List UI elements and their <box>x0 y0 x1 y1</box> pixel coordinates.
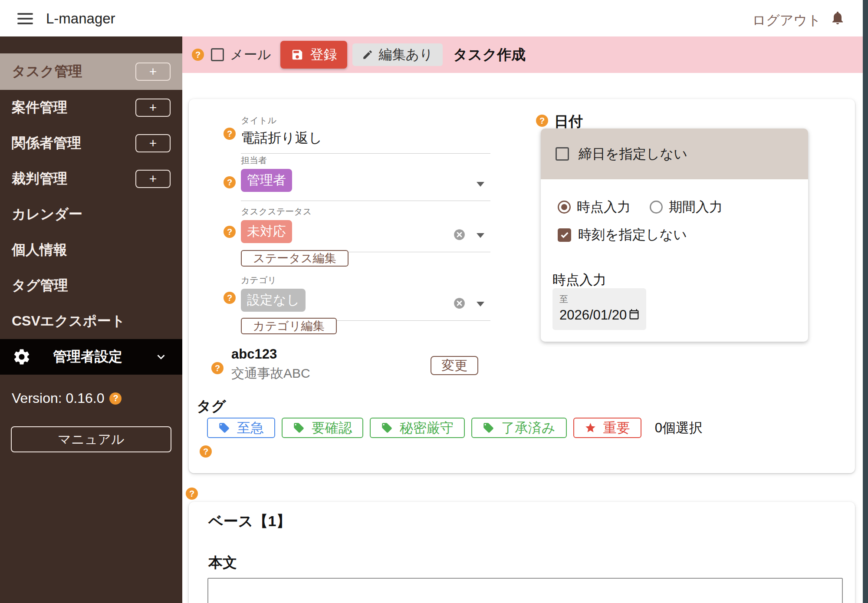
date-mode-radio-group: 時点入力 期間入力 <box>558 198 742 216</box>
tag-button-urgent[interactable]: 至急 <box>207 418 275 438</box>
category-label: カテゴリ <box>241 274 490 286</box>
tag-label: 要確認 <box>312 419 352 437</box>
base-section-card: ベース【1】 本文 <box>189 502 855 603</box>
dropdown-caret-icon[interactable] <box>477 233 484 238</box>
case-change-button[interactable]: 変更 <box>431 356 478 375</box>
chevron-down-icon <box>155 350 168 363</box>
sidebar-item-tag-management[interactable]: タグ管理 <box>0 268 182 303</box>
edited-badge-button[interactable]: 編集あり <box>352 43 442 66</box>
no-time-row: 時刻を指定しない <box>558 226 687 244</box>
point-input-subheading: 時点入力 <box>552 271 606 289</box>
sidebar-item-task-management[interactable]: タスク管理 + <box>0 53 182 90</box>
sidebar-item-party-management[interactable]: 関係者管理 + <box>0 125 182 161</box>
sidebar-item-label: 関係者管理 <box>12 134 81 153</box>
tags-heading: タグ <box>197 397 226 416</box>
help-icon[interactable]: ? <box>224 176 236 188</box>
sidebar-item-label: 個人情報 <box>12 241 67 260</box>
period-input-radio[interactable] <box>650 201 663 214</box>
no-due-date-label: 締日を指定しない <box>579 145 687 163</box>
save-button-label: 登録 <box>310 46 337 64</box>
tag-button-confidential[interactable]: 秘密厳守 <box>370 418 465 438</box>
tag-icon <box>293 422 305 434</box>
help-icon[interactable]: ? <box>109 392 122 405</box>
clear-icon[interactable] <box>454 297 465 309</box>
tag-selected-count: 0個選択 <box>655 419 703 437</box>
save-icon <box>291 48 304 61</box>
period-input-radio-label: 期間入力 <box>669 198 723 216</box>
star-icon <box>585 422 596 434</box>
sidebar-item-admin-settings[interactable]: 管理者設定 <box>0 339 182 375</box>
base-section-heading: ベース【1】 <box>208 511 291 531</box>
sidebar-item-label: カレンダー <box>12 205 82 224</box>
admin-settings-label: 管理者設定 <box>53 347 122 366</box>
date-panel: 締日を指定しない 時点入力 期間入力 時刻を指定しない 時点入力 至 2026/… <box>541 129 808 342</box>
due-date-input[interactable]: 至 2026/01/20 <box>552 288 646 330</box>
scrollbar[interactable] <box>863 0 868 603</box>
sidebar-item-calendar[interactable]: カレンダー <box>0 197 182 232</box>
category-chip: 設定なし <box>241 289 306 312</box>
help-icon[interactable]: ? <box>192 49 204 61</box>
due-date-input-value[interactable]: 2026/01/20 <box>559 307 627 323</box>
help-icon[interactable]: ? <box>186 488 198 500</box>
clear-icon[interactable] <box>454 229 465 241</box>
tag-label: 秘密厳守 <box>400 419 454 437</box>
sidebar-item-csv-export[interactable]: CSVエクスポート <box>0 303 182 339</box>
add-trial-button[interactable]: + <box>135 170 171 188</box>
sidebar-item-label: CSVエクスポート <box>12 312 125 331</box>
category-edit-button[interactable]: カテゴリ編集 <box>241 318 337 334</box>
title-field-value[interactable]: 電話折り返し <box>241 129 490 153</box>
status-select[interactable]: タスクステータス 未対応 <box>241 206 490 252</box>
status-label: タスクステータス <box>241 206 490 217</box>
status-edit-button[interactable]: ステータス編集 <box>241 250 349 267</box>
sidebar-item-case-management[interactable]: 案件管理 + <box>0 90 182 125</box>
add-case-button[interactable]: + <box>135 99 171 117</box>
assignee-label: 担当者 <box>241 155 490 166</box>
category-select[interactable]: カテゴリ 設定なし <box>241 274 490 321</box>
title-field[interactable]: タイトル 電話折り返し <box>241 115 490 154</box>
tag-button-needs-check[interactable]: 要確認 <box>282 418 363 438</box>
calendar-icon[interactable] <box>628 308 640 320</box>
help-icon[interactable]: ? <box>224 128 236 140</box>
status-chip: 未対応 <box>241 220 292 243</box>
sidebar-item-label: タグ管理 <box>12 276 68 295</box>
add-task-button[interactable]: + <box>135 63 171 81</box>
help-icon[interactable]: ? <box>224 226 236 238</box>
help-icon[interactable]: ? <box>224 292 236 304</box>
help-icon[interactable]: ? <box>536 115 548 127</box>
sidebar-item-label: 案件管理 <box>12 98 67 117</box>
sidebar-item-label: 裁判管理 <box>12 169 67 188</box>
version-row: Version: 0.16.0 ? <box>12 390 182 406</box>
manual-button[interactable]: マニュアル <box>11 426 171 452</box>
mail-checkbox[interactable] <box>211 48 224 61</box>
tag-button-important[interactable]: 重要 <box>573 418 641 438</box>
dropdown-caret-icon[interactable] <box>477 182 484 187</box>
no-time-checkbox-label: 時刻を指定しない <box>578 226 687 244</box>
notifications-bell-icon[interactable] <box>830 10 846 27</box>
tag-button-approved[interactable]: 了承済み <box>471 418 567 438</box>
tag-label: 了承済み <box>501 419 556 437</box>
tags-row: 至急 要確認 秘密厳守 了承済み 重要 0個選択 <box>207 418 703 438</box>
help-icon[interactable]: ? <box>200 445 212 458</box>
dropdown-caret-icon[interactable] <box>477 302 484 306</box>
add-party-button[interactable]: + <box>135 134 171 152</box>
mail-checkbox-label: メール <box>230 46 271 64</box>
point-input-radio[interactable] <box>558 201 571 214</box>
logout-button[interactable]: ログアウト <box>752 11 821 30</box>
sidebar-item-trial-management[interactable]: 裁判管理 + <box>0 161 182 197</box>
date-panel-header: 締日を指定しない <box>541 129 808 179</box>
version-label: Version: 0.16.0 <box>12 390 104 406</box>
assignee-select[interactable]: 担当者 管理者 <box>241 155 490 201</box>
app-header: L-manager ログアウト <box>0 0 863 36</box>
help-icon[interactable]: ? <box>211 362 224 374</box>
page-title: タスク作成 <box>453 45 526 65</box>
no-due-date-checkbox[interactable] <box>556 147 569 161</box>
title-field-label: タイトル <box>241 115 490 126</box>
case-code: abc123 <box>231 346 277 362</box>
no-time-checkbox[interactable] <box>558 228 571 242</box>
save-button[interactable]: 登録 <box>280 41 347 69</box>
hamburger-menu-icon[interactable] <box>17 12 33 25</box>
tag-label: 至急 <box>237 419 264 437</box>
tag-icon <box>381 422 393 434</box>
body-textarea[interactable] <box>207 578 843 603</box>
sidebar-item-personal-info[interactable]: 個人情報 <box>0 232 182 268</box>
